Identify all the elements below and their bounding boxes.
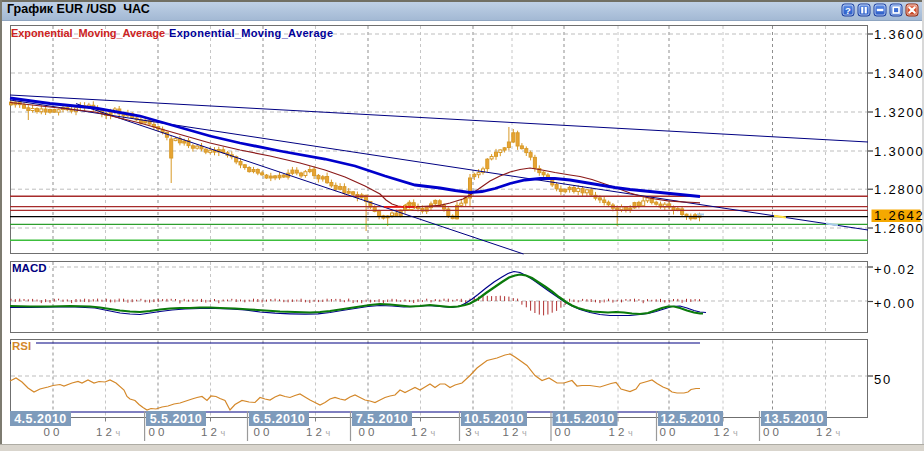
svg-text:12: 12 [306,426,325,438]
svg-text:00: 00 [149,426,168,438]
svg-text:12: 12 [816,426,835,438]
svg-text:00: 00 [660,426,679,438]
svg-text:1.3000: 1.3000 [874,144,924,159]
svg-text:ч: ч [326,428,331,438]
svg-text:12: 12 [201,426,220,438]
svg-text:+0.02: +0.02 [874,262,916,277]
svg-text:12: 12 [96,426,115,438]
svg-text:00: 00 [763,426,782,438]
svg-text:00: 00 [555,426,574,438]
svg-text:50: 50 [874,372,892,387]
svg-text:12: 12 [411,426,430,438]
svg-text:00: 00 [254,426,273,438]
svg-text:ч: ч [431,428,436,438]
svg-text:12: 12 [714,426,733,438]
svg-text:3: 3 [465,426,474,438]
svg-text:12: 12 [609,426,628,438]
svg-text:RSI: RSI [12,340,31,352]
svg-text:5.5.2010: 5.5.2010 [150,412,203,426]
svg-text:1.3200: 1.3200 [874,105,924,120]
svg-text:12.5.2010: 12.5.2010 [660,412,720,426]
svg-text:?: ? [845,5,851,16]
svg-text:ч: ч [116,428,121,438]
svg-text:+0.00: +0.00 [874,296,916,311]
svg-text:Exponential_Moving_Average: Exponential_Moving_Average [169,27,333,39]
svg-text:ч: ч [733,428,738,438]
svg-text:7.5.2010: 7.5.2010 [356,412,409,426]
svg-text:ч: ч [836,428,841,438]
svg-text:ч: ч [221,428,226,438]
svg-text:10.5.2010: 10.5.2010 [464,412,524,426]
svg-text:4.5.2010: 4.5.2010 [14,412,67,426]
svg-text:ч: ч [628,428,633,438]
svg-text:1.3600: 1.3600 [874,27,924,42]
svg-text:1.3400: 1.3400 [874,66,924,81]
svg-text:6.5.2010: 6.5.2010 [253,412,306,426]
svg-text:1.2800: 1.2800 [874,182,924,197]
svg-text:12: 12 [503,426,522,438]
svg-text:MACD: MACD [12,262,47,274]
svg-text:13.5.2010: 13.5.2010 [764,412,824,426]
svg-text:ч: ч [522,428,527,438]
svg-text:11.5.2010: 11.5.2010 [555,412,614,426]
svg-text:1.2642: 1.2642 [874,208,924,223]
svg-text:00: 00 [44,426,63,438]
svg-text:ч: ч [475,428,480,438]
svg-text:Exponential_Moving_Average: Exponential_Moving_Average [11,27,165,39]
svg-text:00: 00 [359,426,378,438]
